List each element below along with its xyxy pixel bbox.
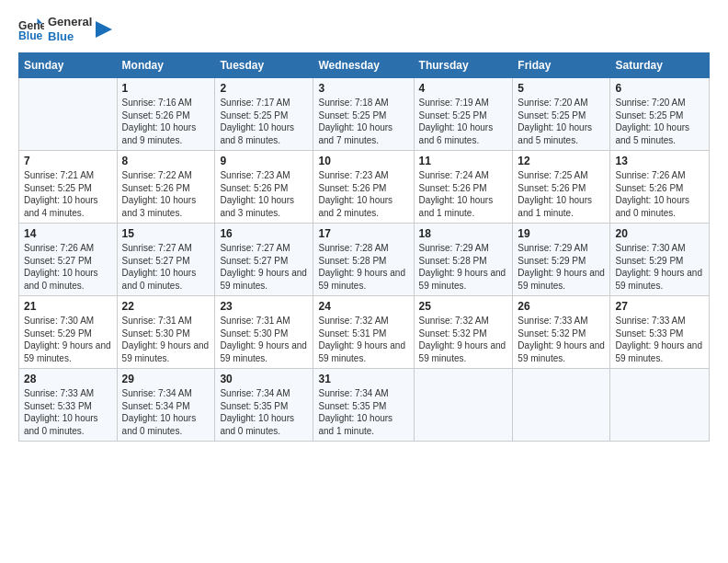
day-info: Sunrise: 7:24 AMSunset: 5:26 PMDaylight:… bbox=[419, 169, 508, 219]
day-number: 8 bbox=[122, 155, 210, 167]
day-number: 20 bbox=[615, 227, 704, 240]
day-info: Sunrise: 7:27 AMSunset: 5:27 PMDaylight:… bbox=[122, 242, 210, 292]
day-cell: 27Sunrise: 7:33 AMSunset: 5:33 PMDayligh… bbox=[610, 296, 710, 369]
weekday-header-monday: Monday bbox=[117, 53, 215, 78]
day-number: 11 bbox=[419, 155, 508, 167]
day-number: 16 bbox=[220, 227, 308, 240]
week-row-5: 28Sunrise: 7:33 AMSunset: 5:33 PMDayligh… bbox=[19, 369, 710, 442]
weekday-header-friday: Friday bbox=[513, 53, 610, 78]
header-area: General Blue General Blue bbox=[18, 15, 710, 43]
day-cell: 22Sunrise: 7:31 AMSunset: 5:30 PMDayligh… bbox=[117, 296, 215, 369]
day-cell: 31Sunrise: 7:34 AMSunset: 5:35 PMDayligh… bbox=[313, 369, 414, 442]
day-cell: 9Sunrise: 7:23 AMSunset: 5:26 PMDaylight… bbox=[215, 151, 313, 224]
day-cell: 30Sunrise: 7:34 AMSunset: 5:35 PMDayligh… bbox=[215, 369, 313, 442]
day-number: 29 bbox=[122, 373, 210, 385]
day-cell: 19Sunrise: 7:29 AMSunset: 5:29 PMDayligh… bbox=[513, 224, 610, 296]
day-cell: 16Sunrise: 7:27 AMSunset: 5:27 PMDayligh… bbox=[215, 224, 313, 296]
day-cell: 15Sunrise: 7:27 AMSunset: 5:27 PMDayligh… bbox=[117, 224, 215, 296]
day-info: Sunrise: 7:21 AMSunset: 5:25 PMDaylight:… bbox=[24, 169, 112, 219]
day-cell bbox=[610, 369, 710, 442]
day-cell: 10Sunrise: 7:23 AMSunset: 5:26 PMDayligh… bbox=[313, 151, 414, 224]
week-row-1: 1Sunrise: 7:16 AMSunset: 5:26 PMDaylight… bbox=[19, 78, 710, 151]
day-cell: 6Sunrise: 7:20 AMSunset: 5:25 PMDaylight… bbox=[610, 78, 710, 151]
day-info: Sunrise: 7:34 AMSunset: 5:35 PMDaylight:… bbox=[318, 387, 408, 437]
day-info: Sunrise: 7:33 AMSunset: 5:33 PMDaylight:… bbox=[24, 387, 112, 437]
day-number: 21 bbox=[24, 300, 112, 313]
day-cell: 21Sunrise: 7:30 AMSunset: 5:29 PMDayligh… bbox=[19, 296, 118, 369]
day-cell: 23Sunrise: 7:31 AMSunset: 5:30 PMDayligh… bbox=[215, 296, 313, 369]
day-number: 23 bbox=[220, 300, 308, 313]
day-cell bbox=[513, 369, 610, 442]
day-cell: 11Sunrise: 7:24 AMSunset: 5:26 PMDayligh… bbox=[414, 151, 513, 224]
day-number: 18 bbox=[419, 227, 508, 240]
day-info: Sunrise: 7:20 AMSunset: 5:25 PMDaylight:… bbox=[615, 97, 704, 146]
day-info: Sunrise: 7:23 AMSunset: 5:26 PMDaylight:… bbox=[220, 169, 308, 219]
day-number: 19 bbox=[518, 227, 605, 240]
day-info: Sunrise: 7:18 AMSunset: 5:25 PMDaylight:… bbox=[318, 97, 408, 146]
day-number: 5 bbox=[518, 82, 605, 95]
day-cell: 17Sunrise: 7:28 AMSunset: 5:28 PMDayligh… bbox=[313, 224, 414, 296]
week-row-3: 14Sunrise: 7:26 AMSunset: 5:27 PMDayligh… bbox=[19, 224, 710, 296]
day-cell bbox=[414, 369, 513, 442]
weekday-header-row: SundayMondayTuesdayWednesdayThursdayFrid… bbox=[19, 53, 710, 78]
day-info: Sunrise: 7:33 AMSunset: 5:33 PMDaylight:… bbox=[615, 315, 704, 364]
day-number: 30 bbox=[220, 373, 308, 385]
page-container: General Blue General Blue SundayMondayTu… bbox=[0, 0, 728, 451]
day-info: Sunrise: 7:32 AMSunset: 5:32 PMDaylight:… bbox=[419, 315, 508, 364]
day-info: Sunrise: 7:27 AMSunset: 5:27 PMDaylight:… bbox=[220, 242, 308, 292]
svg-marker-3 bbox=[96, 21, 112, 38]
day-cell: 25Sunrise: 7:32 AMSunset: 5:32 PMDayligh… bbox=[414, 296, 513, 369]
day-info: Sunrise: 7:23 AMSunset: 5:26 PMDaylight:… bbox=[318, 169, 408, 219]
day-number: 26 bbox=[518, 300, 605, 313]
day-cell: 1Sunrise: 7:16 AMSunset: 5:26 PMDaylight… bbox=[117, 78, 215, 151]
day-info: Sunrise: 7:34 AMSunset: 5:35 PMDaylight:… bbox=[220, 387, 308, 437]
logo: General Blue General Blue bbox=[18, 15, 112, 43]
day-info: Sunrise: 7:25 AMSunset: 5:26 PMDaylight:… bbox=[518, 169, 605, 219]
weekday-header-saturday: Saturday bbox=[610, 53, 710, 78]
day-cell: 14Sunrise: 7:26 AMSunset: 5:27 PMDayligh… bbox=[19, 224, 118, 296]
day-cell bbox=[19, 78, 118, 151]
day-number: 25 bbox=[419, 300, 508, 313]
day-cell: 24Sunrise: 7:32 AMSunset: 5:31 PMDayligh… bbox=[313, 296, 414, 369]
day-number: 17 bbox=[318, 227, 408, 240]
day-cell: 28Sunrise: 7:33 AMSunset: 5:33 PMDayligh… bbox=[19, 369, 118, 442]
day-number: 12 bbox=[518, 155, 605, 167]
day-info: Sunrise: 7:31 AMSunset: 5:30 PMDaylight:… bbox=[122, 315, 210, 364]
day-number: 27 bbox=[615, 300, 704, 313]
day-info: Sunrise: 7:31 AMSunset: 5:30 PMDaylight:… bbox=[220, 315, 308, 364]
day-info: Sunrise: 7:29 AMSunset: 5:29 PMDaylight:… bbox=[518, 242, 605, 292]
day-cell: 18Sunrise: 7:29 AMSunset: 5:28 PMDayligh… bbox=[414, 224, 513, 296]
day-cell: 29Sunrise: 7:34 AMSunset: 5:34 PMDayligh… bbox=[117, 369, 215, 442]
day-cell: 26Sunrise: 7:33 AMSunset: 5:32 PMDayligh… bbox=[513, 296, 610, 369]
day-number: 31 bbox=[318, 373, 408, 385]
day-number: 10 bbox=[318, 155, 408, 167]
day-number: 22 bbox=[122, 300, 210, 313]
day-info: Sunrise: 7:17 AMSunset: 5:25 PMDaylight:… bbox=[220, 97, 308, 146]
day-info: Sunrise: 7:22 AMSunset: 5:26 PMDaylight:… bbox=[122, 169, 210, 219]
day-info: Sunrise: 7:26 AMSunset: 5:27 PMDaylight:… bbox=[24, 242, 112, 292]
day-info: Sunrise: 7:30 AMSunset: 5:29 PMDaylight:… bbox=[24, 315, 112, 364]
day-number: 15 bbox=[122, 227, 210, 240]
weekday-header-thursday: Thursday bbox=[414, 53, 513, 78]
day-number: 9 bbox=[220, 155, 308, 167]
day-cell: 2Sunrise: 7:17 AMSunset: 5:25 PMDaylight… bbox=[215, 78, 313, 151]
day-cell: 5Sunrise: 7:20 AMSunset: 5:25 PMDaylight… bbox=[513, 78, 610, 151]
day-info: Sunrise: 7:20 AMSunset: 5:25 PMDaylight:… bbox=[518, 97, 605, 146]
day-info: Sunrise: 7:34 AMSunset: 5:34 PMDaylight:… bbox=[122, 387, 210, 437]
day-cell: 12Sunrise: 7:25 AMSunset: 5:26 PMDayligh… bbox=[513, 151, 610, 224]
logo-arrow-icon bbox=[96, 21, 112, 38]
day-info: Sunrise: 7:29 AMSunset: 5:28 PMDaylight:… bbox=[419, 242, 508, 292]
day-number: 7 bbox=[24, 155, 112, 167]
day-cell: 8Sunrise: 7:22 AMSunset: 5:26 PMDaylight… bbox=[117, 151, 215, 224]
day-info: Sunrise: 7:19 AMSunset: 5:25 PMDaylight:… bbox=[419, 97, 508, 146]
calendar-table: SundayMondayTuesdayWednesdayThursdayFrid… bbox=[18, 52, 710, 442]
day-cell: 4Sunrise: 7:19 AMSunset: 5:25 PMDaylight… bbox=[414, 78, 513, 151]
day-number: 4 bbox=[419, 82, 508, 95]
logo-icon: General Blue bbox=[18, 17, 44, 42]
day-number: 3 bbox=[318, 82, 408, 95]
day-info: Sunrise: 7:26 AMSunset: 5:26 PMDaylight:… bbox=[615, 169, 704, 219]
day-number: 6 bbox=[615, 82, 704, 95]
day-info: Sunrise: 7:33 AMSunset: 5:32 PMDaylight:… bbox=[518, 315, 605, 364]
day-number: 14 bbox=[24, 227, 112, 240]
day-cell: 3Sunrise: 7:18 AMSunset: 5:25 PMDaylight… bbox=[313, 78, 414, 151]
